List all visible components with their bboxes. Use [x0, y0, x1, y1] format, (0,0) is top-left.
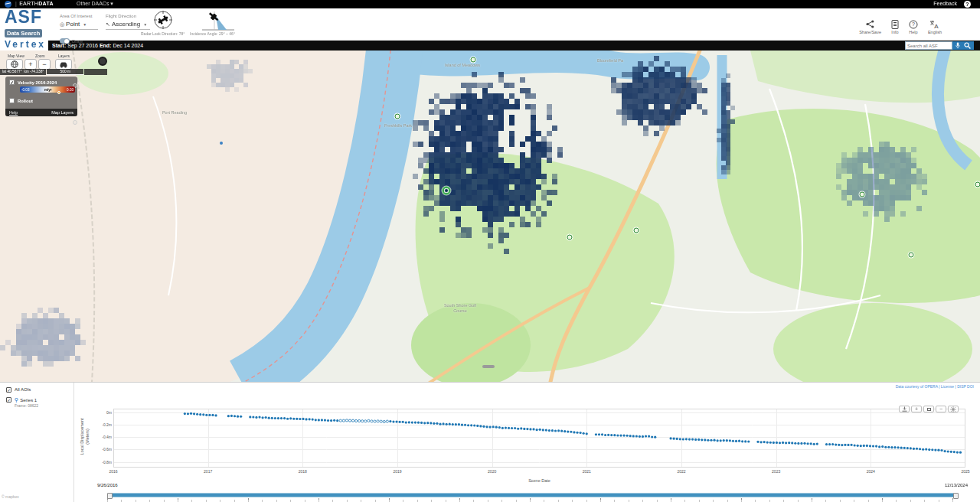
- zoom-out-icon[interactable]: −: [936, 406, 946, 412]
- map-place-label: South Shore Golf Course: [443, 303, 478, 314]
- plus-icon: +: [28, 60, 32, 68]
- coordinate-bar: lat 40.5677° lon -74.238° 500 m: [0, 69, 108, 75]
- date-range-slider[interactable]: [107, 493, 959, 497]
- flight-direction-dropdown[interactable]: ↖Ascending▼: [106, 21, 150, 30]
- frame-label: Frame: 08622: [15, 403, 38, 408]
- map-view-label: Map View: [8, 54, 24, 58]
- zoom-in-button[interactable]: +: [24, 59, 37, 70]
- aoi-marker[interactable]: [909, 253, 914, 258]
- help-button[interactable]: ? Help: [909, 19, 918, 34]
- layers-label: Layers: [58, 54, 70, 58]
- app-header: Area Of Interest ◎Point▼ Draw Flight Dir…: [0, 8, 980, 41]
- earthdata-brand[interactable]: |EARTHDATA: [15, 1, 54, 6]
- panel-resize-handle[interactable]: [482, 365, 495, 368]
- other-daacs-menu[interactable]: Other DAACs ▾: [77, 1, 113, 7]
- ascending-arrow-icon: ↖: [106, 21, 110, 27]
- zoom-label: Zoom: [35, 54, 45, 58]
- map-layers-button[interactable]: Map Layers: [51, 110, 74, 115]
- radar-look-caption: Radar Look Direction: 78°: [141, 31, 185, 36]
- point-icon: ◎: [60, 21, 64, 27]
- aoi-marker[interactable]: [395, 114, 400, 119]
- zoom-out-button[interactable]: −: [38, 59, 51, 70]
- svg-text:A: A: [935, 22, 939, 29]
- all-aois-row: ✓ All AOIs: [6, 387, 31, 393]
- info-button[interactable]: Info: [891, 19, 899, 34]
- info-icon: [891, 19, 899, 29]
- x-tick-label: 2021: [583, 469, 591, 474]
- date-range-text: Start: Sep 27 2016 End: Dec 14 2024: [52, 43, 143, 48]
- incidence-angle-icon: [201, 11, 236, 31]
- aoi-marker[interactable]: [567, 235, 573, 240]
- all-aois-checkbox[interactable]: ✓: [6, 387, 11, 393]
- data-courtesy-links[interactable]: Data courtesy of OPERA | License | DISP …: [896, 384, 974, 389]
- aoi-marker[interactable]: [471, 57, 476, 63]
- layers-panel-footer: Help Map Layers: [5, 109, 77, 116]
- toggle-knob: [60, 38, 70, 44]
- map-view-button[interactable]: [6, 59, 23, 70]
- minus-icon: −: [42, 60, 46, 68]
- x-tick-label: 2024: [867, 469, 875, 474]
- aoi-marker[interactable]: [975, 182, 980, 187]
- velocity-layer-label: Velocity 2016-2024: [18, 80, 57, 85]
- series-row: ✓ ⚲Series 1 Frame: 08622: [6, 397, 38, 408]
- series-label: Series 1: [20, 398, 37, 403]
- map-attribution: © mapbox: [2, 494, 19, 499]
- rollout-layer-checkbox[interactable]: [9, 98, 15, 103]
- map-place-label: Freshkills Park: [384, 123, 412, 129]
- rollout-layer-label: Rollout: [18, 99, 33, 103]
- aoi-dropdown[interactable]: ◎Point▼: [60, 21, 98, 30]
- aoi-marker[interactable]: [860, 192, 865, 197]
- help-link[interactable]: Help: [9, 110, 18, 115]
- flight-direction-group: Flight Direction ↖Ascending▼: [106, 14, 150, 30]
- x-tick-label: 2022: [677, 469, 685, 474]
- settings-icon[interactable]: [948, 406, 959, 412]
- velocity-layer-checkbox[interactable]: ✓: [9, 80, 15, 85]
- box-select-icon[interactable]: [923, 406, 934, 412]
- scale-spacer: [84, 69, 107, 75]
- locate-button[interactable]: [98, 57, 107, 66]
- selected-point-marker[interactable]: [443, 187, 451, 195]
- map-place-label: Port Reading: [162, 110, 187, 116]
- slider-start-date: 9/26/2016: [97, 483, 118, 487]
- aoi-marker[interactable]: [220, 142, 223, 145]
- share-save-button[interactable]: Share/Save: [859, 19, 881, 34]
- zoom-in-icon[interactable]: +: [911, 406, 922, 412]
- layers-button[interactable]: [55, 59, 72, 70]
- x-tick-label: 2017: [204, 469, 212, 474]
- y-tick-label: -0.8m: [102, 460, 112, 465]
- cursor-coordinates: lat 40.5677° lon -74.238°: [0, 69, 46, 75]
- map-layers-panel: ✓ Velocity 2016-2024 i -0.03 m/yr 0.03 R…: [5, 77, 77, 116]
- chart-toolbar: + −: [899, 406, 959, 412]
- share-icon: [859, 19, 881, 29]
- series-checkbox[interactable]: ✓: [6, 397, 11, 403]
- rollout-layer-row: Rollout i: [9, 98, 81, 103]
- incidence-angle-caption: Incidence Angle: 29° ~ 46°: [190, 31, 235, 36]
- velocity-legend: -0.03 m/yr 0.03: [20, 86, 75, 93]
- timeseries-panel: Data courtesy of OPERA | License | DISP …: [0, 382, 980, 502]
- all-aois-label: All AOIs: [15, 387, 31, 392]
- draw-toggle[interactable]: Draw: [60, 38, 83, 44]
- search-icon[interactable]: [964, 42, 971, 49]
- top-bar: |EARTHDATA Other DAACs ▾ Feedback ?: [0, 0, 980, 8]
- microphone-icon[interactable]: [956, 42, 960, 49]
- velocity-layer-row: ✓ Velocity 2016-2024 i: [9, 80, 81, 85]
- y-axis-title: Local Displacement(Meters): [80, 394, 91, 478]
- rollout-info-icon[interactable]: i: [73, 120, 77, 125]
- asf-vertex-logo[interactable]: ASF Data Search Vertex: [0, 8, 48, 51]
- date-range-bar: Start: Sep 27 2016 End: Dec 14 2024: [0, 41, 980, 51]
- map-scale: 500 m: [47, 69, 83, 75]
- chevron-down-icon: ▼: [83, 22, 87, 27]
- language-button[interactable]: A English: [928, 19, 942, 34]
- x-tick-label: 2016: [109, 469, 117, 474]
- feedback-link[interactable]: Feedback: [933, 1, 957, 6]
- map-canvas[interactable]: Island of MeadowsFreshkills ParkPort Rea…: [0, 51, 980, 382]
- legend-value-marker: [57, 91, 60, 94]
- aoi-marker[interactable]: [634, 228, 639, 233]
- radar-look-compass-icon: [153, 10, 173, 30]
- x-tick-label: 2019: [393, 469, 401, 474]
- download-icon[interactable]: [899, 406, 910, 412]
- topbar-help-icon[interactable]: ?: [964, 1, 971, 8]
- x-tick-label: 2025: [961, 469, 969, 474]
- language-icon: A: [928, 19, 942, 29]
- search-input[interactable]: [905, 41, 952, 50]
